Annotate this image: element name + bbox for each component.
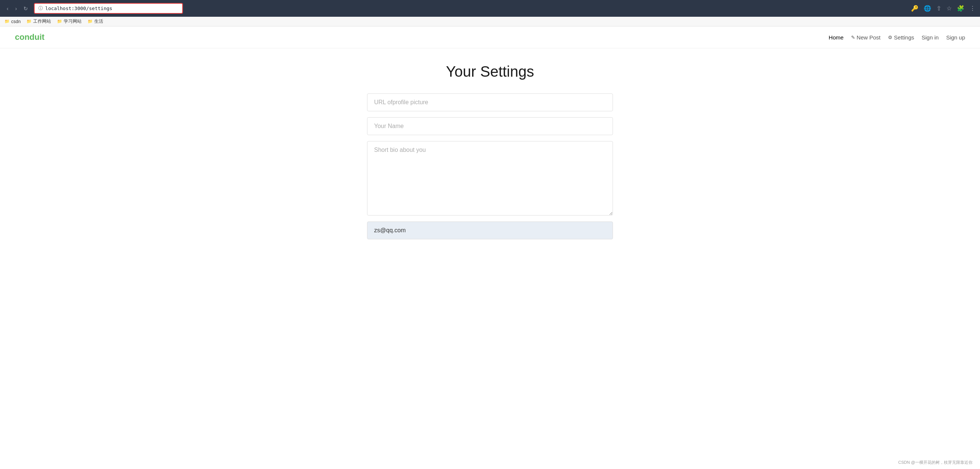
browser-nav-buttons: ‹ › ↻ [5, 5, 30, 12]
lock-icon: ⓘ [38, 5, 43, 11]
nav-sign-in[interactable]: Sign in [921, 34, 939, 41]
bookmark-work[interactable]: 📁 工作网站 [27, 18, 51, 25]
nav-settings-label: Settings [894, 34, 914, 41]
gear-icon: ⚙ [888, 35, 892, 40]
folder-icon: 📁 [88, 19, 93, 24]
nav-home-label: Home [829, 34, 844, 41]
profile-picture-input[interactable] [367, 93, 613, 111]
nav-new-post[interactable]: ✎ New Post [851, 34, 880, 41]
app-nav-links: Home ✎ New Post ⚙ Settings Sign in Sign … [829, 34, 965, 41]
back-button[interactable]: ‹ [5, 5, 11, 12]
browser-chrome: ‹ › ↻ ⓘ localhost:3000/settings 🔑 🌐 ⇧ ☆ … [0, 0, 980, 17]
browser-toolbar-right: 🔑 🌐 ⇧ ☆ 🧩 ⋮ [911, 5, 975, 12]
page-title: Your Settings [367, 63, 613, 80]
url-text: localhost:3000/settings [45, 6, 112, 11]
nav-settings[interactable]: ⚙ Settings [888, 34, 914, 41]
key-icon[interactable]: 🔑 [911, 5, 918, 12]
bookmark-label: csdn [11, 19, 21, 24]
app-logo[interactable]: conduit [15, 32, 45, 42]
nav-sign-up[interactable]: Sign up [946, 34, 965, 41]
address-bar[interactable]: ⓘ localhost:3000/settings [34, 3, 183, 14]
bio-textarea[interactable] [367, 141, 613, 215]
folder-icon: 📁 [5, 19, 10, 24]
translate-icon[interactable]: 🌐 [924, 5, 931, 12]
folder-icon: 📁 [27, 19, 32, 24]
bookmark-label: 生活 [94, 18, 103, 25]
app-navbar: conduit Home ✎ New Post ⚙ Settings Sign … [0, 27, 980, 48]
bookmark-icon[interactable]: ☆ [947, 5, 952, 12]
folder-icon: 📁 [57, 19, 62, 24]
bookmark-life[interactable]: 📁 生活 [88, 18, 103, 25]
main-content: Your Settings [360, 63, 620, 239]
bookmarks-bar: 📁 csdn 📁 工作网站 📁 学习网站 📁 生活 [0, 17, 980, 27]
nav-new-post-label: New Post [857, 34, 880, 41]
nav-home[interactable]: Home [829, 34, 844, 41]
bookmark-label: 学习网站 [64, 18, 82, 25]
nav-sign-in-label: Sign in [921, 34, 939, 41]
name-input[interactable] [367, 117, 613, 135]
share-icon[interactable]: ⇧ [936, 5, 941, 12]
extensions-icon[interactable]: 🧩 [957, 5, 964, 12]
email-input[interactable] [367, 222, 613, 239]
bookmark-csdn[interactable]: 📁 csdn [5, 19, 21, 24]
settings-form [367, 93, 613, 239]
nav-sign-up-label: Sign up [946, 34, 965, 41]
bookmark-label: 工作网站 [33, 18, 51, 25]
bookmark-study[interactable]: 📁 学习网站 [57, 18, 82, 25]
menu-icon[interactable]: ⋮ [970, 5, 975, 12]
reload-button[interactable]: ↻ [21, 5, 30, 12]
forward-button[interactable]: › [13, 5, 19, 12]
edit-icon: ✎ [851, 35, 855, 40]
